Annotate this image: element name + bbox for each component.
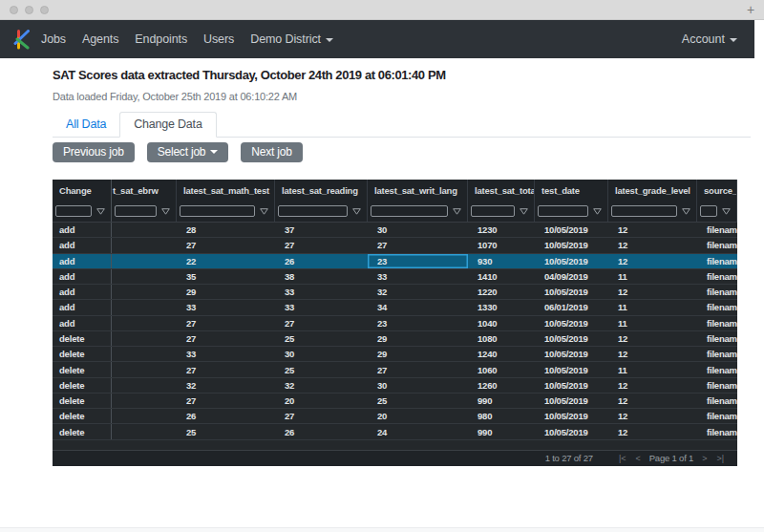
window-zoom-button[interactable]: [40, 6, 49, 14]
cell-test_date[interactable]: 10/05/2019: [535, 254, 608, 268]
cell-latest_sat_reading[interactable]: 37: [275, 223, 368, 237]
cell-test_date[interactable]: 10/05/2019: [535, 409, 608, 423]
select-job-dropdown-button[interactable]: Select job: [147, 142, 229, 162]
cell-latest_sat_math_test[interactable]: 33: [177, 300, 275, 314]
cell-source_file[interactable]: filename=3: [697, 238, 737, 252]
filter-funnel-icon[interactable]: [722, 206, 731, 217]
cell-test_date[interactable]: 10/05/2019: [535, 285, 608, 299]
cell-latest_grade_level[interactable]: 12: [608, 394, 697, 408]
cell-Change[interactable]: add: [53, 316, 112, 330]
cell-latest_sat_reading[interactable]: 27: [275, 238, 368, 252]
cell-source_file[interactable]: filename=3: [697, 269, 737, 284]
cell-latest_sat_writ_lang[interactable]: 30: [368, 223, 468, 237]
table-row[interactable]: add272723104010/05/201911filename=3: [53, 316, 737, 331]
cell-latest_sat_writ_lang[interactable]: 34: [368, 300, 468, 314]
cell-latest_sat_reading[interactable]: 20: [275, 394, 368, 408]
cell-t_sat_ebrw[interactable]: [112, 378, 177, 393]
cell-Change[interactable]: add: [53, 285, 112, 299]
cell-source_file[interactable]: filename=3: [697, 378, 737, 393]
cell-latest_sat_writ_lang[interactable]: 23: [368, 316, 468, 330]
nav-item-jobs[interactable]: Jobs: [41, 32, 66, 46]
cell-latest_grade_level[interactable]: 12: [608, 254, 697, 268]
cell-latest_sat_math_test[interactable]: 35: [177, 269, 275, 284]
cell-latest_sat_math_test[interactable]: 27: [177, 238, 275, 252]
filter-funnel-icon[interactable]: [352, 206, 361, 217]
cell-latest_grade_level[interactable]: 12: [608, 409, 697, 423]
cell-latest_grade_level[interactable]: 12: [608, 378, 697, 393]
filter-funnel-icon[interactable]: [260, 206, 268, 217]
cell-Change[interactable]: delete: [53, 331, 112, 346]
cell-t_sat_ebrw[interactable]: [112, 347, 177, 361]
cell-latest_sat_math_test[interactable]: 27: [177, 394, 275, 408]
table-row[interactable]: add283730123010/05/201912filename=3: [53, 223, 737, 238]
table-row[interactable]: delete323230126010/05/201912filename=3: [53, 378, 737, 394]
cell-source_file[interactable]: filename=3: [697, 424, 737, 438]
cell-t_sat_ebrw[interactable]: [112, 300, 177, 314]
cell-t_sat_ebrw[interactable]: [112, 285, 177, 299]
cell-latest_sat_math_test[interactable]: 29: [177, 285, 275, 299]
cell-latest_sat_math_test[interactable]: 22: [177, 254, 275, 268]
table-row[interactable]: add353833141004/09/201911filename=3: [53, 269, 737, 285]
filter-funnel-icon[interactable]: [453, 206, 461, 217]
cell-latest_sat_writ_lang[interactable]: 29: [368, 331, 468, 346]
cell-t_sat_ebrw[interactable]: [112, 238, 177, 252]
cell-latest_sat_reading[interactable]: 33: [275, 300, 368, 314]
cell-test_date[interactable]: 10/05/2019: [535, 331, 608, 346]
cell-t_sat_ebrw[interactable]: [112, 362, 177, 376]
column-header-latest_sat_math_test[interactable]: latest_sat_math_test: [177, 180, 275, 201]
cell-latest_sat_total[interactable]: 980: [468, 409, 535, 423]
cell-latest_sat_writ_lang[interactable]: 27: [368, 238, 468, 252]
cell-test_date[interactable]: 10/05/2019: [535, 223, 608, 237]
cell-source_file[interactable]: filename=3: [697, 347, 737, 361]
table-row[interactable]: add272727107010/05/201912filename=3: [53, 238, 737, 253]
next-page-icon[interactable]: >: [702, 454, 707, 463]
cell-latest_sat_total[interactable]: 990: [468, 424, 535, 438]
cell-Change[interactable]: add: [53, 269, 112, 284]
cell-Change[interactable]: add: [53, 254, 112, 268]
table-row[interactable]: delete26272098010/05/201912filename=3: [53, 409, 737, 424]
cell-source_file[interactable]: filename=3: [697, 285, 737, 299]
filter-funnel-icon[interactable]: [520, 206, 528, 217]
tab-change-data[interactable]: Change Data: [119, 112, 216, 138]
cell-t_sat_ebrw[interactable]: [112, 316, 177, 330]
table-row[interactable]: add293332122010/05/201912filename=3: [53, 285, 737, 300]
cell-latest_sat_total[interactable]: 1260: [468, 378, 535, 393]
filter-funnel-icon[interactable]: [593, 206, 602, 217]
nav-item-agents[interactable]: Agents: [82, 32, 118, 46]
column-header-t_sat_ebrw[interactable]: t_sat_ebrw: [112, 180, 177, 201]
cell-latest_sat_writ_lang[interactable]: 27: [368, 362, 468, 376]
cell-latest_sat_math_test[interactable]: 28: [177, 223, 275, 237]
cell-Change[interactable]: add: [53, 223, 112, 237]
last-page-icon[interactable]: >|: [716, 454, 724, 463]
cell-latest_sat_total[interactable]: 990: [468, 394, 535, 408]
table-row[interactable]: delete272529108010/05/201912filename=3: [53, 331, 737, 347]
cell-latest_sat_math_test[interactable]: 25: [177, 424, 275, 438]
cell-latest_sat_writ_lang[interactable]: 32: [368, 285, 468, 299]
filter-funnel-icon[interactable]: [161, 206, 170, 217]
column-header-source_file[interactable]: source_file: [697, 180, 737, 201]
next-job-button[interactable]: Next job: [241, 142, 302, 162]
cell-t_sat_ebrw[interactable]: [112, 424, 177, 438]
cell-latest_sat_writ_lang[interactable]: 20: [368, 409, 468, 423]
cell-source_file[interactable]: filename=3: [697, 331, 737, 346]
cell-test_date[interactable]: 10/05/2019: [535, 378, 608, 393]
cell-latest_sat_total[interactable]: 1330: [468, 300, 535, 314]
cell-latest_sat_writ_lang[interactable]: 29: [368, 347, 468, 361]
cell-Change[interactable]: add: [53, 238, 112, 252]
cell-latest_grade_level[interactable]: 11: [608, 316, 697, 330]
cell-latest_sat_writ_lang[interactable]: 24: [368, 424, 468, 438]
cell-latest_grade_level[interactable]: 12: [608, 285, 697, 299]
cell-latest_grade_level[interactable]: 12: [608, 347, 697, 361]
filter-input-t_sat_ebrw[interactable]: [115, 205, 157, 217]
cell-t_sat_ebrw[interactable]: [112, 409, 177, 423]
column-header-latest_grade_level[interactable]: latest_grade_level: [608, 180, 697, 201]
cell-latest_sat_total[interactable]: 930: [468, 254, 535, 268]
cell-latest_sat_reading[interactable]: 33: [275, 285, 368, 299]
column-header-latest_sat_total[interactable]: latest_sat_total: [468, 180, 535, 201]
cell-latest_grade_level[interactable]: 12: [608, 331, 697, 346]
cell-latest_sat_reading[interactable]: 26: [275, 424, 368, 438]
cell-latest_sat_reading[interactable]: 25: [275, 362, 368, 376]
cell-latest_grade_level[interactable]: 12: [608, 238, 697, 252]
cell-test_date[interactable]: 10/05/2019: [535, 316, 608, 330]
previous-job-button[interactable]: Previous job: [53, 142, 135, 162]
